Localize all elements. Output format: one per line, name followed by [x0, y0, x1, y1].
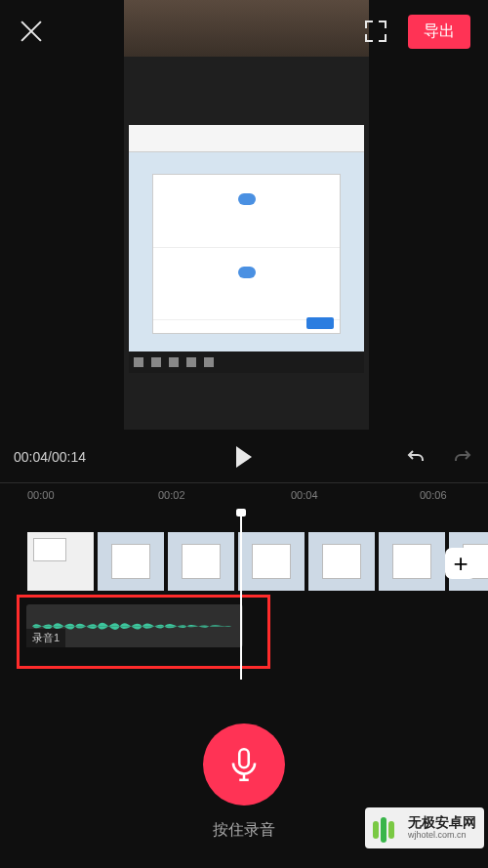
tick-label: 00:04	[291, 489, 318, 501]
watermark-subtitle: wjhotel.com.cn	[408, 831, 476, 841]
undo-button[interactable]	[404, 445, 427, 469]
watermark-logo-icon	[369, 811, 402, 845]
play-button[interactable]	[236, 446, 252, 468]
export-button[interactable]: 导出	[408, 15, 470, 49]
audio-clip[interactable]: 录音1	[26, 604, 243, 647]
time-display: 00:04/00:14	[14, 449, 86, 465]
watermark: 无极安卓网 wjhotel.com.cn	[365, 807, 484, 848]
tick-label: 00:00	[27, 489, 55, 501]
microphone-icon	[225, 746, 263, 783]
timeline[interactable]: 00:00 00:02 00:04 00:06 + 录音1	[0, 482, 488, 678]
video-preview[interactable]	[124, 0, 369, 430]
audio-clip-label: 录音1	[26, 629, 65, 647]
clip-thumbnail[interactable]	[379, 532, 445, 591]
watermark-title: 无极安卓网	[408, 815, 476, 830]
close-button[interactable]	[18, 18, 45, 45]
clip-thumbnail[interactable]	[238, 532, 305, 591]
timeline-ruler[interactable]: 00:00 00:02 00:04 00:06	[0, 483, 488, 511]
clip-thumbnail[interactable]	[27, 532, 94, 591]
clip-thumbnail[interactable]	[168, 532, 234, 591]
record-button[interactable]	[203, 723, 285, 806]
fullscreen-icon[interactable]	[365, 21, 386, 42]
redo-button	[451, 445, 474, 469]
current-time: 00:04	[14, 449, 48, 465]
tick-label: 00:06	[420, 489, 447, 501]
video-track[interactable]	[0, 532, 488, 591]
tick-label: 00:02	[158, 489, 185, 501]
playhead[interactable]	[240, 513, 242, 680]
clip-thumbnail[interactable]	[308, 532, 375, 591]
svg-rect-0	[239, 749, 249, 767]
clip-thumbnail[interactable]	[98, 532, 164, 591]
add-clip-button[interactable]: +	[445, 548, 476, 579]
total-time: 00:14	[52, 449, 86, 465]
